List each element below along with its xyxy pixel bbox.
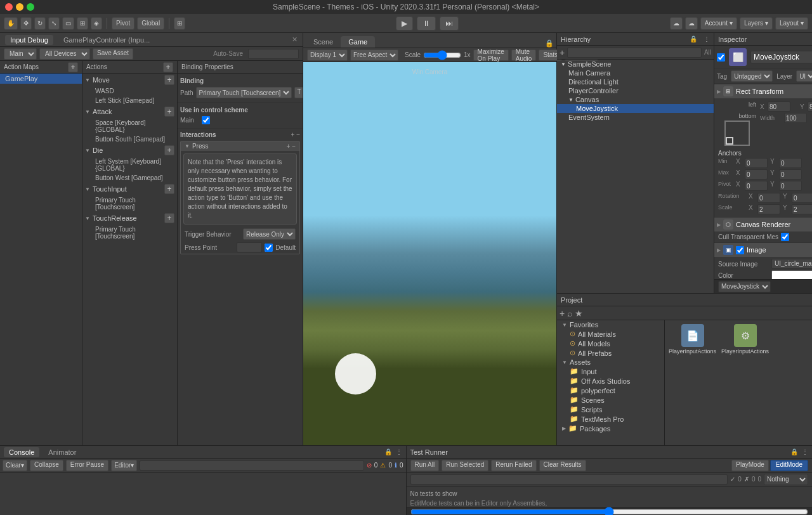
game-tab[interactable]: Game	[341, 36, 375, 48]
space-item[interactable]: Space [Keyboard] {GLOBAL}	[82, 118, 177, 134]
error-pause-btn[interactable]: Error Pause	[66, 460, 108, 471]
layers-dropdown[interactable]: Layers▾	[740, 17, 773, 30]
global-btn[interactable]: Global	[137, 17, 164, 30]
player-controller-item[interactable]: PlayerController	[557, 86, 714, 95]
default-checkbox[interactable]	[265, 244, 273, 252]
object-name-input[interactable]	[750, 51, 812, 63]
scale-x[interactable]	[757, 204, 780, 214]
add-attack-btn[interactable]: +	[164, 107, 174, 117]
press-point-value[interactable]: 0.5	[237, 242, 262, 252]
run-all-btn[interactable]: Run All	[410, 460, 440, 471]
scale-tool-btn[interactable]: ⤡	[48, 17, 60, 30]
all-materials-item[interactable]: ⊙ All Materials	[557, 329, 664, 339]
test-scroll-slider[interactable]	[410, 509, 809, 514]
scene-tab[interactable]: Scene	[306, 36, 341, 48]
all-devices-select[interactable]: All Devices	[39, 48, 90, 60]
editmode-btn[interactable]: EditMode	[770, 460, 808, 471]
anchor-max-y[interactable]	[779, 169, 802, 179]
image-enabled-checkbox[interactable]	[736, 246, 744, 254]
collapse-btn[interactable]: Collapse	[30, 460, 63, 471]
test-runner-lock[interactable]: 🔒	[790, 448, 798, 455]
rerun-failed-btn[interactable]: Rerun Failed	[491, 460, 536, 471]
player-input-actions-file-2[interactable]: ⚙ PlayerInputActions	[721, 324, 769, 355]
offaxis-folder[interactable]: 📁 Off Axis Studios	[557, 376, 664, 386]
console-more[interactable]: ⋮	[396, 448, 402, 455]
move-tool-btn[interactable]: ✥	[20, 17, 32, 30]
leftstick-item[interactable]: Left Stick [Gamepad]	[82, 96, 177, 105]
trigger-behavior-dropdown[interactable]: Release Only	[243, 228, 296, 240]
hierarchy-search-input[interactable]	[567, 48, 702, 58]
scenes-folder[interactable]: 📁 Scenes	[557, 395, 664, 405]
color-swatch[interactable]	[771, 270, 812, 279]
layout-dropdown[interactable]: Layout▾	[775, 17, 808, 30]
maximize-btn[interactable]	[27, 3, 34, 11]
close-btn[interactable]	[5, 3, 13, 11]
polyperfect-folder[interactable]: 📁 polyperfect	[557, 386, 664, 395]
add-action-map-btn[interactable]: +	[68, 62, 78, 72]
canvas-item[interactable]: ▼ Canvas	[557, 95, 714, 104]
input-folder[interactable]: 📁 Input	[557, 367, 664, 376]
main-select[interactable]: Main	[4, 48, 37, 60]
samplescene-item[interactable]: ▼ SampleScene	[557, 60, 714, 68]
width-input[interactable]	[784, 113, 807, 123]
project-star-btn[interactable]: ★	[575, 308, 583, 318]
clear-results-btn[interactable]: Clear Results	[539, 460, 586, 471]
hand-tool-btn[interactable]: ✋	[4, 17, 18, 30]
source-image-field[interactable]: UI_circle_mask	[771, 259, 812, 269]
aspect-select[interactable]: Free Aspect	[350, 49, 398, 61]
textmeshpro-folder[interactable]: 📁 TextMesh Pro	[557, 414, 664, 424]
tag-dropdown[interactable]: Untagged	[731, 70, 773, 82]
console-search-input[interactable]	[140, 460, 364, 471]
console-tab[interactable]: Console	[4, 447, 39, 457]
press-add-btn[interactable]: + −	[287, 143, 296, 150]
add-die-btn[interactable]: +	[164, 145, 174, 155]
account-dropdown[interactable]: Account▾	[700, 17, 737, 30]
animator-tab[interactable]: Animator	[43, 447, 81, 457]
add-touchinput-btn[interactable]: +	[164, 184, 174, 194]
hierarchy-all-label[interactable]: All	[704, 49, 711, 56]
scale-slider[interactable]	[423, 50, 461, 60]
btnwest-item[interactable]: Button West [Gamepad]	[82, 173, 177, 183]
player-input-actions-file-1[interactable]: 📄 PlayerInputActions	[669, 324, 716, 355]
add-move-btn[interactable]: +	[164, 75, 174, 85]
test-runner-more[interactable]: ⋮	[802, 448, 808, 455]
pivot-y[interactable]	[779, 181, 802, 191]
search-input[interactable]	[248, 49, 299, 59]
step-btn[interactable]: ⏭	[440, 16, 459, 30]
hierarchy-more[interactable]: ⋮	[704, 36, 710, 42]
custom-tool-btn[interactable]: ◈	[91, 17, 102, 30]
interactions-add-btn[interactable]: + −	[291, 131, 300, 138]
scheme-checkbox[interactable]	[202, 116, 210, 124]
btnsouth-item[interactable]: Button South [Gamepad]	[82, 134, 177, 144]
layer-dropdown[interactable]: UI	[796, 70, 812, 82]
path-T-btn[interactable]: T	[294, 87, 303, 98]
pos-x-input[interactable]	[768, 101, 790, 112]
rot-y[interactable]	[792, 193, 812, 203]
test-search-input[interactable]	[410, 474, 728, 485]
object-enabled-checkbox[interactable]	[717, 53, 725, 62]
display-select[interactable]: Display 1	[307, 49, 348, 61]
main-camera-item[interactable]: Main Camera	[557, 68, 714, 77]
add-touchrelease-btn[interactable]: +	[164, 213, 174, 223]
minimize-btn[interactable]	[16, 3, 23, 11]
grid-btn[interactable]: ⊞	[174, 17, 185, 30]
move-header[interactable]: ▼ Move +	[82, 74, 177, 86]
anchors-label[interactable]: Anchors	[718, 149, 812, 157]
services-btn[interactable]: ☁	[685, 17, 698, 30]
rotate-tool-btn[interactable]: ↻	[34, 17, 46, 30]
input-debug-tab[interactable]: Input Debug	[5, 35, 53, 45]
save-asset-btn[interactable]: Save Asset	[93, 48, 133, 60]
mute-audio-btn[interactable]: Mute Audio	[511, 49, 537, 61]
collab-btn[interactable]: ☁	[670, 17, 683, 30]
hierarchy-add-btn[interactable]: +	[560, 48, 565, 58]
path-dropdown[interactable]: Primary Touch [Touchscreen]	[196, 87, 292, 98]
scale-y[interactable]	[792, 204, 812, 214]
all-prefabs-item[interactable]: ⊙ All Prefabs	[557, 348, 664, 358]
pause-btn[interactable]: ⏸	[417, 16, 436, 30]
hierarchy-lock[interactable]: 🔒	[690, 36, 697, 42]
primarytouch2-item[interactable]: Primary Touch [Touchscreen]	[82, 225, 177, 241]
console-lock[interactable]: 🔒	[384, 448, 392, 455]
transform-tool-btn[interactable]: ⊞	[77, 17, 88, 30]
anchor-min-y[interactable]	[779, 158, 802, 168]
packages-folder[interactable]: ▶ 📁 Packages	[557, 424, 664, 433]
